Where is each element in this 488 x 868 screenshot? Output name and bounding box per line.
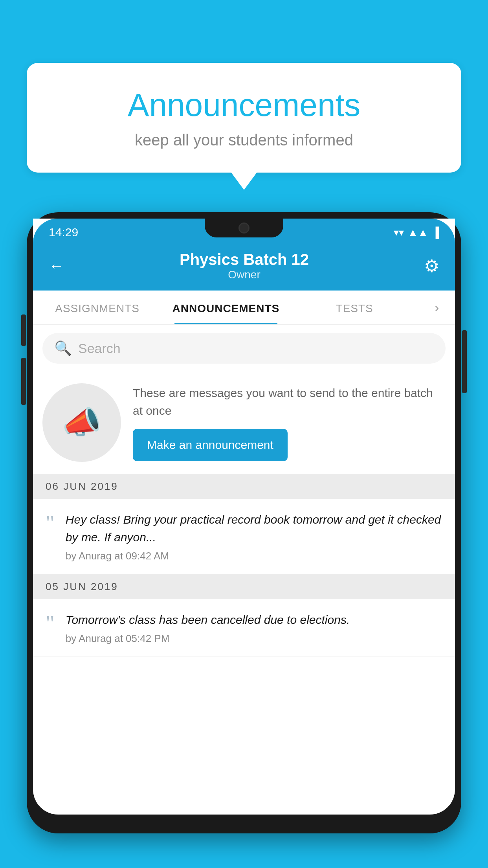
quote-icon-1: ": [46, 512, 55, 534]
announcement-meta-1: by Anurag at 09:42 AM: [66, 550, 442, 562]
promo-content: These are messages you want to send to t…: [133, 384, 446, 461]
make-announcement-button[interactable]: Make an announcement: [133, 429, 288, 461]
front-camera: [238, 223, 250, 234]
volume-up-button: [21, 314, 26, 346]
power-button: [462, 330, 467, 393]
screen-content: 🔍 Search 📣 These are messages you want t…: [33, 325, 455, 657]
announcement-content-1: Hey class! Bring your practical record b…: [66, 511, 442, 562]
announcement-promo: 📣 These are messages you want to send to…: [33, 371, 455, 474]
volume-down-button: [21, 358, 26, 405]
announcement-meta-2: by Anurag at 05:42 PM: [66, 633, 442, 645]
phone-notch: [205, 219, 283, 237]
date-separator-1: 06 JUN 2019: [33, 474, 455, 499]
announcement-content-2: Tomorrow's class has been cancelled due …: [66, 611, 442, 645]
announcement-item-2[interactable]: " Tomorrow's class has been cancelled du…: [33, 599, 455, 657]
status-time: 14:29: [49, 226, 78, 239]
promo-icon-circle: 📣: [42, 383, 121, 462]
tab-more-icon[interactable]: ›: [419, 291, 455, 324]
header-title: Physics Batch 12: [180, 251, 309, 268]
settings-icon[interactable]: ⚙: [424, 256, 439, 276]
announcement-text-2: Tomorrow's class has been cancelled due …: [66, 611, 442, 629]
phone-frame: 14:29 ▾▾ ▲▲ ▐ ← Physics Batch 12 Owner ⚙: [27, 212, 461, 833]
speech-bubble-section: Announcements keep all your students inf…: [27, 63, 461, 173]
promo-description: These are messages you want to send to t…: [133, 384, 446, 419]
status-icons: ▾▾ ▲▲ ▐: [394, 226, 439, 239]
tab-assignments[interactable]: ASSIGNMENTS: [33, 291, 161, 324]
tab-announcements[interactable]: ANNOUNCEMENTS: [161, 291, 290, 324]
app-header: ← Physics Batch 12 Owner ⚙: [33, 243, 455, 291]
date-separator-2: 05 JUN 2019: [33, 574, 455, 599]
back-button[interactable]: ←: [49, 257, 64, 275]
megaphone-icon: 📣: [62, 404, 101, 441]
signal-icon: ▲▲: [408, 226, 428, 239]
phone-screen: 14:29 ▾▾ ▲▲ ▐ ← Physics Batch 12 Owner ⚙: [33, 219, 455, 815]
battery-icon: ▐: [432, 226, 439, 239]
tabs-bar: ASSIGNMENTS ANNOUNCEMENTS TESTS ›: [33, 291, 455, 325]
speech-bubble-card: Announcements keep all your students inf…: [27, 63, 461, 173]
speech-bubble-subtitle: keep all your students informed: [58, 131, 430, 149]
wifi-icon: ▾▾: [394, 226, 404, 239]
header-center: Physics Batch 12 Owner: [180, 251, 309, 281]
quote-icon-2: ": [46, 612, 55, 634]
speech-bubble-title: Announcements: [58, 86, 430, 123]
announcement-text-1: Hey class! Bring your practical record b…: [66, 511, 442, 546]
search-placeholder: Search: [78, 341, 121, 356]
phone-container: 14:29 ▾▾ ▲▲ ▐ ← Physics Batch 12 Owner ⚙: [27, 212, 461, 868]
search-bar[interactable]: 🔍 Search: [42, 333, 446, 364]
announcement-item-1[interactable]: " Hey class! Bring your practical record…: [33, 499, 455, 574]
header-subtitle: Owner: [180, 268, 309, 281]
tab-tests[interactable]: TESTS: [290, 291, 419, 324]
search-icon: 🔍: [54, 340, 72, 357]
